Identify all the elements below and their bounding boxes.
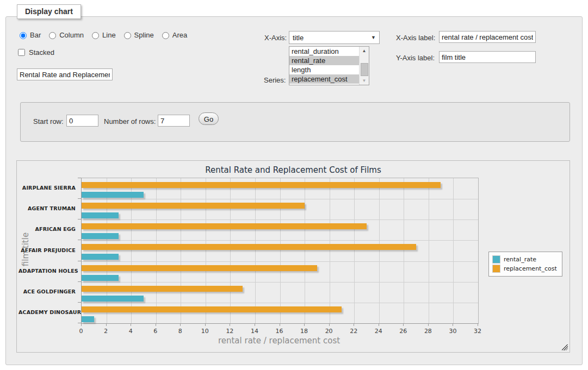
go-button[interactable]: Go <box>199 112 219 125</box>
axis-tick-mark <box>379 324 379 326</box>
chart-type-radio-spline[interactable] <box>124 32 131 39</box>
stacked-label: Stacked <box>29 48 54 57</box>
chart-container: Rental Rate and Replacement Cost of Film… <box>16 160 570 353</box>
x-tick-label: 2 <box>104 328 108 335</box>
x-tick-label: 30 <box>449 328 456 335</box>
start-row-input[interactable] <box>66 115 98 127</box>
series-option-rental_rate[interactable]: rental_rate <box>289 56 360 65</box>
scrollbar-thumb[interactable] <box>361 63 368 76</box>
chart-type-radio-column[interactable] <box>49 32 56 39</box>
scroll-up-arrow-icon[interactable]: ▲ <box>360 47 369 55</box>
gridline <box>429 178 429 323</box>
axis-tick-mark <box>428 324 429 326</box>
category-label: ADAPTATION HOLES <box>18 268 76 274</box>
number-of-rows-label: Number of rows: <box>104 117 156 126</box>
chart-type-radio-group: BarColumnLineSplineArea <box>17 30 191 39</box>
chart-type-radio-area[interactable] <box>162 32 169 39</box>
x-axis-label-input[interactable] <box>439 31 536 43</box>
chart-type-label: Area <box>172 31 187 39</box>
gridline <box>107 178 107 323</box>
chart-type-label: Spline <box>134 31 154 39</box>
gridline <box>82 282 478 283</box>
category-label: ACE GOLDFINGER <box>18 289 76 294</box>
chart-legend: rental_ratereplacement_cost <box>488 252 562 277</box>
gridline <box>82 199 478 199</box>
axis-tick-mark <box>478 324 478 326</box>
chart-title-input[interactable] <box>17 68 113 80</box>
x-tick-label: 24 <box>375 328 382 335</box>
legend-item: rental_rate <box>492 255 557 264</box>
bar-replacement_cost <box>82 244 416 250</box>
number-of-rows-input[interactable] <box>158 115 190 127</box>
start-row-label: Start row: <box>33 117 64 126</box>
x-tick-label: 26 <box>399 328 407 335</box>
chart-type-label: Line <box>102 31 116 39</box>
gridline <box>82 261 478 262</box>
axis-tick-mark <box>81 324 82 326</box>
axis-tick-mark <box>78 323 81 323</box>
category-label: ACADEMY DINOSAUR <box>18 309 76 315</box>
chart-type-option-column: Column <box>46 30 84 39</box>
scroll-down-arrow-icon[interactable]: ▼ <box>360 77 369 85</box>
gridline <box>305 178 305 323</box>
x-axis-selected-value: title <box>293 34 304 42</box>
x-axis-select[interactable]: title ▼ <box>289 31 380 44</box>
series-option-rental_duration[interactable]: rental_duration <box>289 47 360 56</box>
series-option-replacement_cost[interactable]: replacement_cost <box>289 74 360 84</box>
axis-tick-mark <box>304 324 305 326</box>
bar-replacement_cost <box>82 265 317 271</box>
gridline <box>206 178 206 323</box>
bar-rental_rate <box>82 316 94 322</box>
axis-tick-mark <box>205 324 206 326</box>
bar-replacement_cost <box>82 182 441 188</box>
axis-tick-mark <box>403 324 404 326</box>
gridline <box>354 178 355 323</box>
x-axis-select-label: X-Axis: <box>264 34 287 42</box>
listbox-scrollbar[interactable]: ▲ ▼ <box>359 47 369 85</box>
bar-rental_rate <box>82 296 144 302</box>
x-tick-label: 32 <box>474 328 481 335</box>
axis-tick-mark <box>453 324 453 326</box>
chart-type-option-area: Area <box>159 30 187 39</box>
gridline <box>82 220 478 220</box>
bar-replacement_cost <box>82 203 305 209</box>
bar-rental_rate <box>82 275 119 281</box>
resize-handle-icon[interactable] <box>562 344 568 350</box>
x-tick-label: 4 <box>129 328 133 335</box>
gridline <box>280 178 281 323</box>
stacked-checkbox[interactable] <box>18 49 25 56</box>
bar-rental_rate <box>82 192 144 198</box>
axis-tick-mark <box>78 302 81 303</box>
x-tick-label: 16 <box>276 328 283 335</box>
row-range-form: Start row: Number of rows: Go <box>20 102 570 142</box>
chart-type-radio-line[interactable] <box>92 32 99 39</box>
axis-tick-mark <box>280 324 280 326</box>
axis-tick-mark <box>78 219 81 220</box>
axis-tick-mark <box>180 324 181 326</box>
fieldset-legend: Display chart <box>17 4 81 19</box>
gridline <box>156 178 157 323</box>
series-multiselect[interactable]: ▲ ▼ rental_durationrental_ratelengthrepl… <box>289 46 369 85</box>
x-axis-title: rental rate / replacement cost <box>218 336 340 346</box>
legend-item: replacement_cost <box>492 264 557 273</box>
legend-swatch <box>492 255 500 264</box>
series-option-length[interactable]: length <box>289 65 360 74</box>
page: Display chart BarColumnLineSplineArea St… <box>0 0 588 370</box>
legend-label: rental_rate <box>504 256 536 263</box>
axis-tick-mark <box>78 198 81 199</box>
x-tick-label: 10 <box>201 328 209 335</box>
gridline <box>404 178 404 323</box>
x-tick-label: 8 <box>178 328 182 335</box>
chart-type-radio-bar[interactable] <box>20 32 27 39</box>
chart-type-label: Column <box>59 31 84 39</box>
bar-rental_rate <box>82 233 119 239</box>
x-tick-label: 20 <box>325 328 333 335</box>
gridline <box>330 178 330 323</box>
gridline <box>379 178 380 323</box>
axis-tick-mark <box>230 324 230 326</box>
bar-replacement_cost <box>82 306 342 312</box>
gridline <box>453 178 454 323</box>
chart-type-label: Bar <box>30 31 41 39</box>
y-axis-label-input[interactable] <box>439 51 536 63</box>
axis-tick-mark <box>78 261 81 261</box>
